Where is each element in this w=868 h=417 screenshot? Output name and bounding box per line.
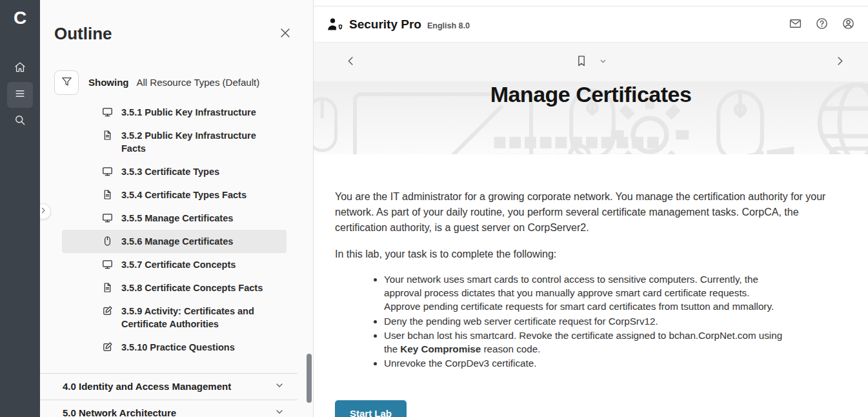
windows-watermark-icon [736, 146, 798, 154]
collapse-outline-button[interactable] [40, 203, 51, 219]
outline-item[interactable]: 3.5.8 Certificate Concepts Facts [62, 276, 287, 300]
camera-watermark-icon [827, 145, 868, 154]
mail-icon [789, 17, 802, 32]
chevron-down-icon [274, 380, 285, 393]
section-row-network-architecture[interactable]: 5.0 Network Architecture [40, 400, 298, 417]
course-header: Security Pro English 8.0 [314, 6, 868, 43]
task-text: reason code. [481, 343, 540, 354]
task-item: Unrevoke the CorpDev3 certificate. [384, 356, 787, 370]
outline-item[interactable]: 3.5.4 Certificate Types Facts [62, 183, 287, 207]
showing-label: Showing [88, 77, 129, 88]
lesson-banner: Manage Certificates [314, 81, 868, 154]
course-edition: English 8.0 [427, 21, 470, 30]
rail-nav [0, 56, 40, 135]
outline-item-label: 3.5.5 Manage Certificates [121, 212, 233, 225]
outline-scrollbar-thumb[interactable] [307, 354, 312, 403]
outline-item[interactable]: 3.5.7 Certificate Concepts [62, 253, 287, 276]
outline-item[interactable]: 3.5.9 Activity: Certificates and Certifi… [62, 300, 287, 336]
task-text: Your network uses smart cards to control… [384, 274, 758, 298]
outline-title: Outline [54, 24, 112, 44]
chevron-right-icon [834, 55, 846, 69]
outline-list: 3.5.1 Public Key Infrastructure 3.5.2 Pu… [62, 101, 287, 359]
task-text-bold: Key Compromise [400, 343, 481, 354]
filter-button[interactable] [54, 70, 79, 95]
lesson-toolbar [314, 43, 868, 81]
section-label: 4.0 Identity and Access Management [63, 381, 231, 392]
funnel-icon [61, 76, 73, 90]
outline-item[interactable]: 3.5.3 Certificate Types [62, 160, 287, 183]
task-list: Your network uses smart cards to control… [335, 272, 787, 370]
outline-panel: Outline Showing All Resource Types (Defa… [40, 0, 314, 417]
icon-rail: C [0, 0, 40, 417]
outline-item[interactable]: 3.5.10 Practice Questions [62, 336, 287, 359]
course-title: Security Pro [349, 17, 421, 32]
video-icon [102, 212, 113, 223]
next-lesson-button[interactable] [834, 55, 846, 69]
video-icon [102, 259, 113, 270]
home-button[interactable] [7, 56, 33, 81]
bookmark-menu-button[interactable] [599, 57, 607, 67]
account-icon [842, 17, 855, 32]
activity-edit-icon [102, 305, 113, 316]
outline-item-label: 3.5.3 Certificate Types [121, 165, 219, 178]
document-icon [102, 130, 113, 141]
messages-button[interactable] [789, 17, 802, 32]
activity-edit-icon [102, 341, 113, 352]
outline-item-label: 3.5.2 Public Key Infrastructure Facts [121, 129, 281, 155]
outline-item-label: 3.5.1 Public Key Infrastructure [121, 106, 256, 119]
outline-item-label: 3.5.4 Certificate Types Facts [121, 188, 247, 201]
account-button[interactable] [842, 17, 855, 32]
header-icons [789, 17, 855, 32]
app-root: C Outline Showing All Resource [0, 0, 868, 417]
outline-item[interactable]: 3.5.1 Public Key Infrastructure [62, 101, 287, 124]
video-icon [102, 166, 113, 177]
close-icon [278, 26, 292, 42]
outline-item[interactable]: 3.5.5 Manage Certificates [62, 207, 287, 230]
bookmark-icon [575, 54, 588, 70]
brand-logo: C [0, 8, 40, 28]
outline-item[interactable]: 3.5.2 Public Key Infrastructure Facts [62, 124, 287, 160]
start-lab-button[interactable]: Start Lab [335, 400, 407, 417]
task-item: User bchan lost his smartcard. Revoke th… [384, 329, 787, 356]
task-intro: In this lab, your task is to complete th… [335, 247, 840, 262]
outline-menu-button[interactable] [7, 82, 33, 108]
filter-row: Showing All Resource Types (Default) [54, 70, 313, 95]
task-item: Your network uses smart cards to control… [384, 272, 787, 314]
task-item: Deny the pending web server certificate … [384, 314, 787, 328]
previous-lesson-button[interactable] [345, 55, 357, 69]
lab-mouse-icon [102, 236, 113, 247]
document-icon [102, 282, 113, 293]
chevron-down-icon [274, 407, 285, 417]
hamburger-menu-icon [14, 87, 26, 103]
outline-item-selected[interactable]: 3.5.6 Manage Certificates [62, 230, 287, 253]
lab-title: Manage Certificates [314, 81, 868, 107]
help-button[interactable] [815, 17, 829, 32]
filter-value: All Resource Types (Default) [137, 77, 260, 88]
task-text: Unrevoke the CorpDev3 certificate. [384, 358, 536, 369]
lock-watermark-icon [558, 141, 601, 154]
outline-item-label: 3.5.7 Certificate Concepts [121, 258, 236, 271]
bookmark-button[interactable] [575, 54, 588, 70]
outline-item-label: 3.5.10 Practice Questions [121, 341, 235, 354]
outline-sections: 4.0 Identity and Access Management 5.0 N… [40, 373, 298, 417]
chevron-down-icon [599, 57, 607, 67]
outline-header: Outline [40, 0, 313, 56]
lab-description: You are the IT administrator for a growi… [314, 189, 868, 417]
help-icon [815, 17, 829, 32]
outline-item-label: 3.5.9 Activity: Certificates and Certifi… [121, 305, 281, 331]
section-row-identity-access[interactable]: 4.0 Identity and Access Management [40, 373, 298, 400]
main-content: Security Pro English 8.0 [314, 0, 868, 417]
chevron-left-icon [345, 55, 357, 69]
task-text: Approve pending certificate requests for… [384, 301, 774, 312]
chevron-right-icon [40, 207, 47, 216]
home-icon [14, 61, 26, 76]
outline-item-label: 3.5.8 Certificate Concepts Facts [121, 281, 263, 294]
video-icon [102, 107, 113, 117]
search-button[interactable] [7, 108, 33, 134]
bookmark-controls [575, 54, 607, 70]
search-icon [14, 114, 26, 129]
scenario-paragraph: You are the IT administrator for a growi… [335, 189, 840, 236]
task-text: Deny the pending web server certificate … [384, 316, 658, 327]
top-strip [314, 0, 868, 6]
close-outline-button[interactable] [278, 26, 292, 42]
